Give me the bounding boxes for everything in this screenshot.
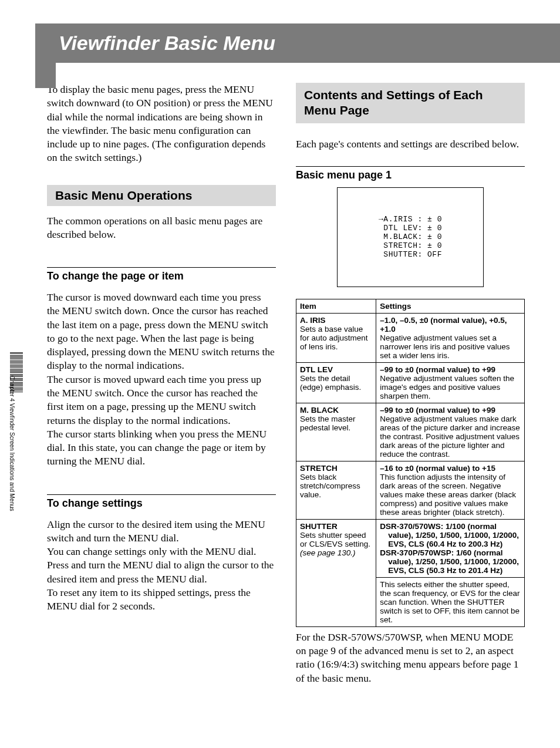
item-desc: Sets the master pedestal level.: [300, 415, 372, 432]
settings-table: Item Settings A. IRIS Sets a base value …: [296, 299, 525, 627]
screen-text: →A.IRIS : ± 0 DTL LEV: ± 0 M.BLACK: ± 0 …: [379, 215, 442, 259]
section-contents-settings: Contents and Settings of Each Menu Page: [296, 83, 525, 123]
section-heading: Basic Menu Operations: [55, 188, 270, 203]
item-desc: Sets the detail (edge) emphasis.: [300, 374, 372, 392]
setting-lead: –99 to ±0 (normal value) to +99: [380, 406, 521, 415]
item-name: M. BLACK: [300, 406, 372, 415]
paragraph: You can change settings only with the ME…: [47, 545, 276, 558]
table-footnote: For the DSR-570WS/570WSP, when MENU MODE…: [296, 631, 525, 685]
item-desc: Sets shutter speed or CLS/EVS setting. (…: [300, 531, 372, 557]
section-intro: Each page's contents and settings are de…: [296, 137, 525, 151]
setting-body: Negative adjustment values soften the im…: [380, 374, 521, 400]
table-row: A. IRIS Sets a base value for auto adjus…: [296, 313, 525, 362]
left-column: To display the basic menu pages, press t…: [47, 83, 276, 685]
setting-lead: –16 to ±0 (normal value) to +15: [380, 464, 521, 473]
subheading-basic-menu-page-1: Basic menu page 1: [296, 166, 525, 181]
section-intro: The common operations on all basic menu …: [47, 214, 276, 242]
subheading-change-settings: To change settings: [47, 494, 276, 510]
paragraph: To reset any item to its shipped setting…: [47, 586, 276, 614]
item-name: A. IRIS: [300, 316, 372, 325]
item-desc: Sets a base value for auto adjustment of…: [300, 325, 372, 351]
page-title-band: Viewfinder Basic Menu: [35, 23, 560, 63]
table-row: STRETCH Sets black stretch/compress valu…: [296, 461, 525, 519]
item-name: STRETCH: [300, 464, 372, 473]
item-name: DTL LEV: [300, 365, 372, 374]
section-basic-menu-operations: Basic Menu Operations: [47, 185, 276, 206]
table-header-item: Item: [296, 299, 376, 313]
setting-body: Negative adjustment values set a narrowe…: [380, 333, 521, 360]
subheading-change-page: To change the page or item: [47, 267, 276, 282]
section-heading: Contents and Settings of Each Menu Page: [304, 87, 518, 119]
table-row: SHUTTER Sets shutter speed or CLS/EVS se…: [296, 519, 525, 626]
setting-line: DSR-370P/570WSP: 1/60 (normal value), 1/…: [380, 548, 521, 575]
viewfinder-screen-mock: →A.IRIS : ± 0 DTL LEV: ± 0 M.BLACK: ± 0 …: [337, 187, 484, 287]
item-name: SHUTTER: [300, 522, 372, 531]
right-column: Contents and Settings of Each Menu Page …: [296, 83, 525, 685]
table-row: M. BLACK Sets the master pedestal level.…: [296, 403, 525, 461]
item-desc: Sets black stretch/compress value.: [300, 473, 372, 499]
setting-extra: This selects either the shutter speed, t…: [376, 577, 524, 624]
paragraph: Press and turn the MENU dial to align th…: [47, 558, 276, 586]
vertical-chapter-label: Chapter 4 Viewfinder Screen Indications …: [9, 376, 15, 511]
setting-body: This function adjusts the intensity of d…: [380, 473, 521, 517]
setting-line: DSR-370/570WS: 1/100 (normal value), 1/2…: [380, 522, 521, 548]
setting-body: Negative adjustment values make dark are…: [380, 415, 521, 459]
setting-lead: –1.0, –0.5, ±0 (normal value), +0.5, +1.…: [380, 316, 521, 333]
paragraph: The cursor starts blinking when you pres…: [47, 427, 276, 469]
paragraph: Align the cursor to the desired item usi…: [47, 518, 276, 545]
page-title: Viewfinder Basic Menu: [59, 32, 548, 55]
intro-paragraph: To display the basic menu pages, press t…: [47, 83, 276, 165]
setting-lead: –99 to ±0 (normal value) to +99: [380, 365, 521, 374]
paragraph: The cursor is moved upward each time you…: [47, 373, 276, 427]
paragraph: The cursor is moved downward each time y…: [47, 291, 276, 373]
table-row: DTL LEV Sets the detail (edge) emphasis.…: [296, 362, 525, 403]
table-header-settings: Settings: [376, 299, 525, 313]
